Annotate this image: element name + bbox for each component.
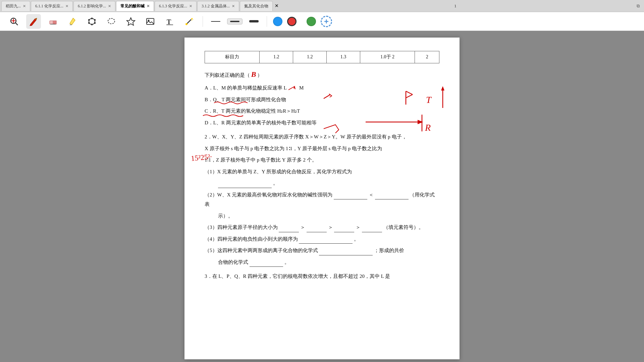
svg-point-12 — [91, 23, 93, 25]
q2-intro-3: 1∶1，Z 原子核外电子中 p 电子数比 Y 原子多 2 个。 — [205, 155, 439, 165]
q2-sub2-text: （2）W、X 元素的最高价氧化物对应水化物的碱性强弱为 — [205, 192, 332, 197]
q2-sub5-suffix: 。 — [284, 259, 289, 265]
q2-sub4-text: （4）四种元素的电负性由小到大的顺序为 — [205, 236, 298, 242]
table-cell-label: 标目力 — [205, 51, 260, 63]
magic-tool-btn[interactable] — [182, 14, 197, 29]
q1-option-b: B．Q、T 两元素间可形成两性化合物 — [205, 95, 439, 105]
question-2-block: 2．W、X、Y、Z 四种短周期元素的原子序数 X＞W＞Z＞Y。W 原子的最外层没… — [205, 132, 439, 267]
shape-tool-btn[interactable] — [85, 14, 99, 29]
q2-sub3: （3）四种元素原子半径的大小为 ＞ ＞ ＞ （填元素符号）。 — [205, 223, 439, 232]
table-cell-2: 1.2 — [293, 51, 327, 63]
q2-intro-3-text: 1∶1，Z 原子核外电子中 p 电子数比 Y 原子多 2 个。 — [205, 157, 317, 163]
q1-intro-close: ） — [257, 72, 262, 78]
last-tab-close[interactable]: ✕ — [275, 3, 279, 9]
q3-intro: 3．在 L、P、Q、R 四种元素，它们的核电荷数依次增大，且都不超过 20，其中… — [205, 272, 439, 281]
q2-intro-1-text: 2．W、X、Y、Z 四种短周期元素的原子序数 X＞W＞Z＞Y。W 原子的最外层没… — [205, 134, 407, 139]
tab-7[interactable]: 氮及其化合物 — [240, 1, 273, 11]
q2-sub2-cont: 示）。 — [218, 211, 439, 221]
add-color-btn[interactable] — [321, 16, 332, 27]
tab-2-close[interactable]: ✕ — [65, 4, 68, 8]
tab-1[interactable]: 稻田九... ✕ — [1, 1, 30, 11]
q2-intro-1: 2．W、X、Y、Z 四种短周期元素的原子序数 X＞W＞Z＞Y。W 原子的最外层没… — [205, 132, 439, 142]
question-3-block: 3．在 L、P、Q、R 四种元素，它们的核电荷数依次增大，且都不超过 20，其中… — [205, 272, 439, 281]
color-green[interactable] — [307, 17, 316, 26]
tab-2[interactable]: 6.1.1 化学反应... ✕ — [31, 1, 73, 11]
q3-intro-text: 3．在 L、P、Q、R 四种元素，它们的核电荷数依次增大，且都不超过 20，其中… — [205, 274, 390, 279]
tab-5-close[interactable]: ✕ — [189, 4, 192, 8]
q2-sub2-blank1 — [334, 193, 367, 199]
q1-option-c-text: C．R、T 两元素的氢化物稳定性 H₂R＞H₂T — [205, 108, 300, 114]
tab-3[interactable]: 6.1.2 影响化学... ✕ — [73, 1, 115, 11]
tab-6[interactable]: 3.1.2 金属晶体... ✕ — [197, 1, 239, 11]
color-blue[interactable] — [273, 17, 282, 26]
q2-sub3-blank2 — [307, 226, 327, 232]
svg-marker-16 — [127, 18, 135, 25]
thin-line — [211, 21, 220, 22]
q2-sub2-blank2 — [375, 193, 409, 199]
svg-rect-17 — [147, 18, 154, 24]
q1-option-d: D．L、R 两元素的简单离子的核外电子数可能相等 — [205, 118, 439, 128]
svg-point-13 — [88, 22, 90, 24]
q2-sub5-line1: （5）这四种元素中两两形成的离子化合物的化学式 ；形成的共价 — [205, 246, 439, 255]
q2-sub3-blank4 — [362, 226, 382, 232]
q1-intro-text: 下列叙述正确的是（ — [205, 72, 250, 78]
highlight-tool-btn[interactable] — [65, 14, 80, 29]
q2-sub3-blank1 — [279, 226, 299, 232]
eraser-tool-btn[interactable] — [46, 14, 60, 29]
restore-btn[interactable]: ⧉ — [635, 3, 641, 9]
thickness-thick-btn[interactable] — [247, 19, 261, 24]
window-controls: ⧉ — [635, 3, 644, 9]
tab-6-close[interactable]: ✕ — [232, 4, 235, 8]
pen-tool-btn[interactable] — [26, 14, 41, 29]
separator-2 — [267, 16, 267, 27]
content-area: 标目力 1.2 1.2 1.3 1.0于 2 2 下列叙述正确的是（ B ） A… — [0, 31, 644, 362]
q2-sub1-end: 。 — [273, 180, 278, 186]
q2-sub4-blank — [299, 238, 353, 244]
tab-5[interactable]: 6.1.3 化学反应... ✕ — [155, 1, 197, 11]
tab-4-close[interactable]: ✕ — [147, 4, 150, 8]
tab-4[interactable]: 常见的酸和碱 ✕ — [116, 1, 154, 11]
svg-point-26 — [191, 18, 193, 19]
q2-sub4: （4）四种元素的电负性由小到大的顺序为 。 — [205, 234, 439, 244]
text-tool-btn[interactable]: T — [162, 14, 177, 29]
thick-line — [249, 20, 259, 22]
q1-option-b-text: B．Q、T 两元素间可形成两性化合物 — [205, 97, 286, 102]
q2-sub1: （1）X 元素的单质与 Z、Y 所形成的化合物反应，其化学方程式为 — [205, 167, 439, 177]
q1-option-a: A．L、M 的单质与稀盐酸反应速率 L M — [205, 83, 439, 93]
color-red[interactable] — [287, 17, 297, 26]
thickness-medium-btn[interactable] — [227, 18, 243, 24]
tab-5-label: 6.1.3 化学反应... — [159, 3, 187, 9]
q1-option-d-text: D．L、R 两元素的简单离子的核外电子数可能相等 — [205, 120, 317, 125]
search-tool-btn[interactable] — [7, 14, 21, 29]
q2-sub5-blank1 — [319, 249, 373, 255]
tab-3-close[interactable]: ✕ — [108, 4, 111, 8]
q2-sub5-blank2 — [250, 261, 283, 267]
document-page: 标目力 1.2 1.2 1.3 1.0于 2 2 下列叙述正确的是（ B ） A… — [184, 38, 460, 359]
medium-line — [230, 21, 239, 22]
tab-6-label: 3.1.2 金属晶体... — [202, 3, 230, 9]
q2-sub3-gt2: ＞ — [328, 225, 333, 230]
color-dropdown-btn[interactable] — [297, 18, 302, 24]
svg-rect-5 — [53, 21, 56, 24]
tab-bar: 稻田九... ✕ 6.1.1 化学反应... ✕ 6.1.2 影响化学... ✕… — [0, 0, 644, 12]
q2-sub5-middle: ；形成的共价 — [374, 248, 404, 253]
q2-sub2-cont-text: 示）。 — [218, 213, 233, 219]
image-tool-btn[interactable] — [143, 14, 158, 29]
tab-1-close[interactable]: ✕ — [23, 4, 26, 8]
q2-intro-2-text: X 原子核外 s 电子与 p 电子数之比为 1∶1，Y 原子最外层 s 电子与 … — [205, 146, 382, 151]
q1-answer-b: B — [251, 70, 256, 78]
q2-sub3-blank3 — [334, 226, 354, 232]
q2-sub1-text: （1）X 元素的单质与 Z、Y 所形成的化合物反应，其化学方程式为 — [205, 169, 352, 174]
toolbar: T — [0, 12, 644, 31]
q2-sub4-suffix: 。 — [354, 236, 359, 242]
star-tool-btn[interactable] — [123, 14, 138, 29]
q2-sub3-suffix: （填元素符号）。 — [383, 225, 424, 230]
q2-sub1-blank: 。 — [218, 178, 439, 188]
table-cell-4: 1.0于 2 — [360, 51, 415, 63]
color-red-group — [287, 17, 302, 26]
q2-sub3-gt3: ＞ — [356, 225, 361, 230]
thickness-thin-btn[interactable] — [209, 20, 222, 23]
svg-point-9 — [91, 17, 93, 19]
tab-count: 1 — [454, 3, 459, 9]
lasso-tool-btn[interactable] — [104, 14, 119, 29]
